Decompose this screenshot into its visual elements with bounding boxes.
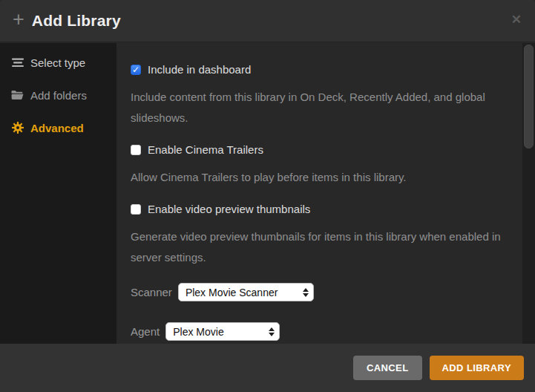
- field-description: Include content from this library in On …: [131, 87, 505, 128]
- checkbox-unchecked-icon[interactable]: [131, 204, 141, 215]
- enable-video-preview-checkbox-row[interactable]: Enable video preview thumbnails: [131, 203, 522, 215]
- checkbox-unchecked-icon[interactable]: [131, 145, 141, 155]
- scanner-select-value: Plex Movie Scanner: [186, 287, 278, 298]
- include-dashboard-checkbox-row[interactable]: ✓ Include in dashboard: [131, 63, 522, 76]
- sidebar-item-label: Advanced: [30, 122, 84, 134]
- checkbox-label: Enable Cinema Trailers: [148, 143, 263, 156]
- dialog-footer: CANCEL ADD LIBRARY: [0, 344, 535, 392]
- agent-select[interactable]: Plex Movie: [165, 322, 280, 341]
- add-library-dialog: + Add Library ✕ Select type Add folders: [0, 0, 535, 392]
- sidebar-item-label: Select type: [30, 56, 85, 69]
- add-library-button[interactable]: ADD LIBRARY: [430, 356, 524, 380]
- dialog-header: + Add Library ✕: [0, 0, 535, 42]
- field-description: Generate video preview thumbnails for it…: [131, 226, 505, 268]
- enable-cinema-trailers-checkbox-row[interactable]: Enable Cinema Trailers: [131, 143, 522, 156]
- scanner-row: Scanner Plex Movie Scanner: [131, 283, 522, 301]
- sidebar-item-label: Add folders: [30, 89, 87, 102]
- agent-row: Agent Plex Movie: [131, 322, 522, 341]
- advanced-settings-panel: ✓ Include in dashboard Include content f…: [116, 43, 522, 344]
- wizard-sidebar: Select type Add folders: [0, 43, 116, 344]
- sidebar-item-add-folders[interactable]: Add folders: [0, 79, 116, 111]
- folder-icon: [11, 90, 24, 100]
- scanner-label: Scanner: [131, 286, 172, 298]
- checkbox-label: Enable video preview thumbnails: [148, 203, 310, 215]
- scrollbar-track[interactable]: [522, 43, 535, 344]
- dialog-title: Add Library: [32, 12, 121, 30]
- agent-select-value: Plex Movie: [173, 326, 223, 338]
- list-lines-icon: [11, 58, 24, 68]
- up-down-arrows-icon: [303, 288, 309, 297]
- sidebar-item-advanced[interactable]: Advanced: [0, 111, 116, 144]
- close-icon[interactable]: ✕: [510, 12, 523, 27]
- field-description: Allow Cinema Trailers to play before ite…: [131, 167, 505, 188]
- scrollbar-thumb[interactable]: [524, 45, 534, 148]
- gear-icon: [11, 122, 24, 134]
- scanner-select[interactable]: Plex Movie Scanner: [178, 283, 314, 301]
- checkbox-label: Include in dashboard: [148, 63, 251, 76]
- agent-label: Agent: [131, 325, 160, 338]
- up-down-arrows-icon: [269, 327, 275, 336]
- sidebar-item-select-type[interactable]: Select type: [0, 46, 116, 79]
- checkbox-checked-icon[interactable]: ✓: [131, 65, 141, 75]
- plus-icon: +: [13, 10, 24, 30]
- checkmark-icon: ✓: [132, 65, 140, 75]
- cancel-button[interactable]: CANCEL: [353, 356, 422, 380]
